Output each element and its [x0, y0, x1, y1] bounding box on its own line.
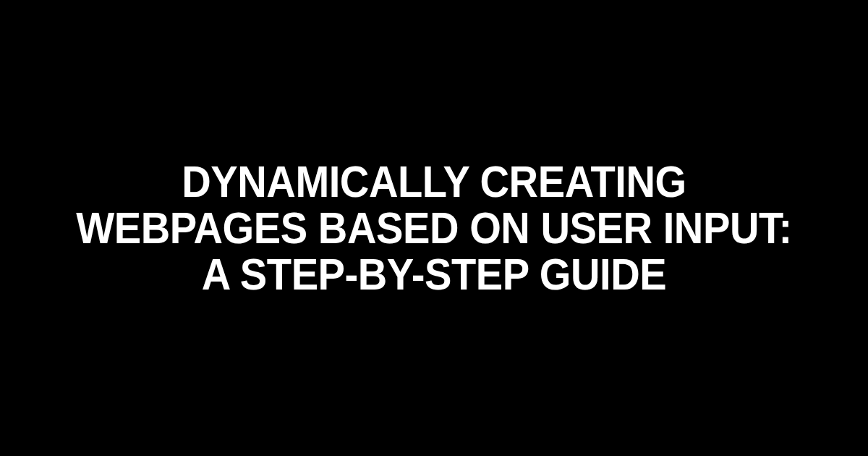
page-title: Dynamically Creating Webpages Based on U… [35, 159, 833, 297]
